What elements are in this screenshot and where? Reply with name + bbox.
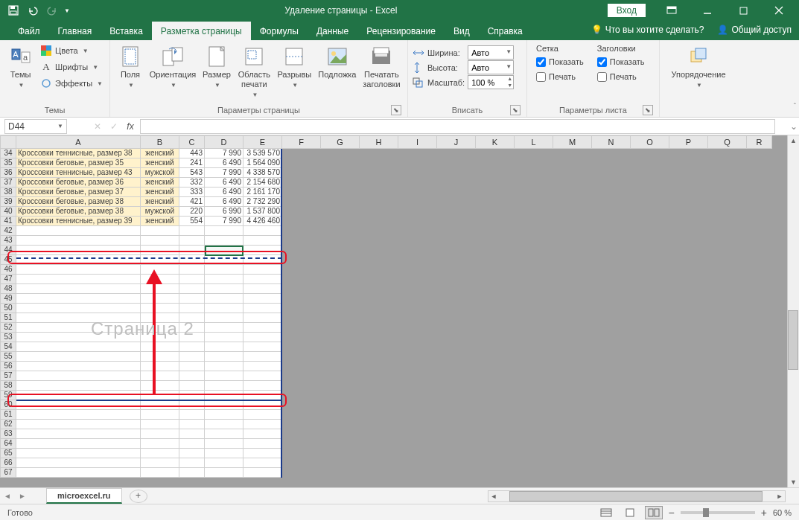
row-header[interactable]: 63 bbox=[0, 429, 16, 439]
select-all-corner[interactable] bbox=[0, 135, 16, 149]
margins-button[interactable]: Поля▼ bbox=[115, 42, 146, 92]
row-header[interactable]: 59 bbox=[0, 391, 16, 400]
cell[interactable] bbox=[16, 381, 141, 391]
row-header[interactable]: 61 bbox=[0, 410, 16, 420]
cell[interactable] bbox=[141, 275, 179, 284]
cell[interactable] bbox=[179, 468, 205, 478]
cell[interactable] bbox=[205, 458, 243, 468]
col-header-O[interactable]: O bbox=[631, 135, 669, 149]
cell[interactable] bbox=[243, 362, 282, 371]
maximize-button[interactable] bbox=[726, 0, 760, 21]
cell[interactable] bbox=[243, 265, 282, 275]
cell[interactable] bbox=[141, 410, 179, 420]
cell[interactable] bbox=[243, 313, 282, 323]
cell[interactable] bbox=[205, 362, 243, 371]
cell[interactable]: Кроссовки теннисные, размер 39 bbox=[16, 217, 141, 226]
login-button[interactable]: Вход bbox=[608, 4, 646, 17]
row-header[interactable]: 60 bbox=[0, 400, 16, 410]
cell[interactable] bbox=[205, 342, 243, 352]
cell[interactable]: 4 338 570 bbox=[243, 168, 282, 178]
cell[interactable] bbox=[243, 400, 282, 410]
fit-launcher[interactable]: ⬊ bbox=[510, 105, 521, 115]
cell[interactable] bbox=[141, 439, 179, 449]
cell[interactable]: Кроссовки беговые, размер 35 bbox=[16, 158, 141, 168]
row-header[interactable]: 46 bbox=[0, 265, 16, 275]
cell[interactable] bbox=[205, 439, 243, 449]
cell[interactable] bbox=[16, 236, 141, 246]
zoom-slider[interactable] bbox=[681, 511, 755, 514]
sheetopts-launcher[interactable]: ⬊ bbox=[643, 105, 653, 115]
ribbon-options-button[interactable] bbox=[655, 0, 689, 21]
cell[interactable] bbox=[243, 255, 282, 265]
cell[interactable] bbox=[205, 236, 243, 246]
cell[interactable] bbox=[243, 391, 282, 400]
fx-button[interactable]: fx bbox=[122, 119, 139, 134]
cell[interactable] bbox=[179, 255, 205, 265]
cell[interactable] bbox=[179, 246, 205, 255]
row-header[interactable]: 57 bbox=[0, 371, 16, 381]
cell[interactable] bbox=[16, 342, 141, 352]
cell[interactable] bbox=[141, 294, 179, 304]
row-header[interactable]: 35 bbox=[0, 158, 16, 168]
cell[interactable] bbox=[205, 313, 243, 323]
horizontal-scrollbar[interactable]: ◄► bbox=[488, 490, 786, 502]
row-header[interactable]: 67 bbox=[0, 468, 16, 478]
cell[interactable]: 6 490 bbox=[205, 197, 243, 207]
cell[interactable] bbox=[16, 429, 141, 439]
cell[interactable] bbox=[141, 429, 179, 439]
prev-sheet-button[interactable]: ◄ bbox=[0, 492, 15, 500]
cell[interactable]: Кроссовки теннисные, размер 38 bbox=[16, 149, 141, 158]
cell[interactable]: Кроссовки теннисные, размер 43 bbox=[16, 168, 141, 178]
gridlines-print-check[interactable]: Печать bbox=[536, 69, 584, 84]
cell[interactable] bbox=[179, 333, 205, 342]
cell[interactable] bbox=[179, 449, 205, 458]
cell[interactable] bbox=[16, 391, 141, 400]
cell[interactable] bbox=[205, 304, 243, 313]
cell[interactable]: женский bbox=[141, 158, 179, 168]
row-header[interactable]: 52 bbox=[0, 323, 16, 333]
cell[interactable] bbox=[16, 265, 141, 275]
formula-bar[interactable] bbox=[140, 119, 775, 134]
col-header-G[interactable]: G bbox=[321, 135, 360, 149]
row-header[interactable]: 44 bbox=[0, 246, 16, 255]
headings-print-check[interactable]: Печать bbox=[597, 69, 645, 84]
gridlines-view-check[interactable]: Показать bbox=[536, 54, 584, 69]
cell[interactable] bbox=[16, 458, 141, 468]
row-header[interactable]: 66 bbox=[0, 458, 16, 468]
pagesetup-launcher[interactable]: ⬊ bbox=[391, 105, 401, 115]
cell[interactable]: 2 154 680 bbox=[243, 178, 282, 188]
row-header[interactable]: 51 bbox=[0, 313, 16, 323]
cancel-fx-button[interactable]: ✕ bbox=[89, 119, 106, 134]
row-header[interactable]: 58 bbox=[0, 381, 16, 391]
cell[interactable] bbox=[16, 400, 141, 410]
cell[interactable] bbox=[205, 400, 243, 410]
cell[interactable]: 7 990 bbox=[205, 168, 243, 178]
cell[interactable]: женский bbox=[141, 197, 179, 207]
tab-данные[interactable]: Данные bbox=[308, 22, 357, 40]
cell[interactable] bbox=[179, 304, 205, 313]
cell[interactable] bbox=[179, 439, 205, 449]
horizontal-scroll-thumb[interactable] bbox=[509, 491, 763, 501]
cell[interactable] bbox=[141, 420, 179, 429]
vertical-scrollbar[interactable]: ▲▼ bbox=[787, 135, 799, 487]
cell[interactable] bbox=[141, 352, 179, 362]
cell[interactable] bbox=[141, 323, 179, 333]
cell[interactable]: 443 bbox=[179, 149, 205, 158]
row-header[interactable]: 43 bbox=[0, 236, 16, 246]
cell[interactable] bbox=[141, 381, 179, 391]
cell[interactable] bbox=[179, 458, 205, 468]
breaks-button[interactable]: Разрывы▼ bbox=[275, 42, 314, 92]
col-header-I[interactable]: I bbox=[398, 135, 437, 149]
cell[interactable] bbox=[243, 439, 282, 449]
col-header-B[interactable]: B bbox=[141, 135, 179, 149]
fonts-button[interactable]: AШрифты▼ bbox=[38, 59, 105, 75]
cell[interactable] bbox=[141, 391, 179, 400]
row-header[interactable]: 38 bbox=[0, 188, 16, 197]
cell[interactable] bbox=[16, 362, 141, 371]
cell[interactable] bbox=[243, 236, 282, 246]
cell[interactable] bbox=[243, 468, 282, 478]
cell[interactable] bbox=[179, 410, 205, 420]
cell[interactable] bbox=[16, 333, 141, 342]
redo-button[interactable] bbox=[43, 1, 61, 19]
size-button[interactable]: Размер▼ bbox=[200, 42, 234, 92]
